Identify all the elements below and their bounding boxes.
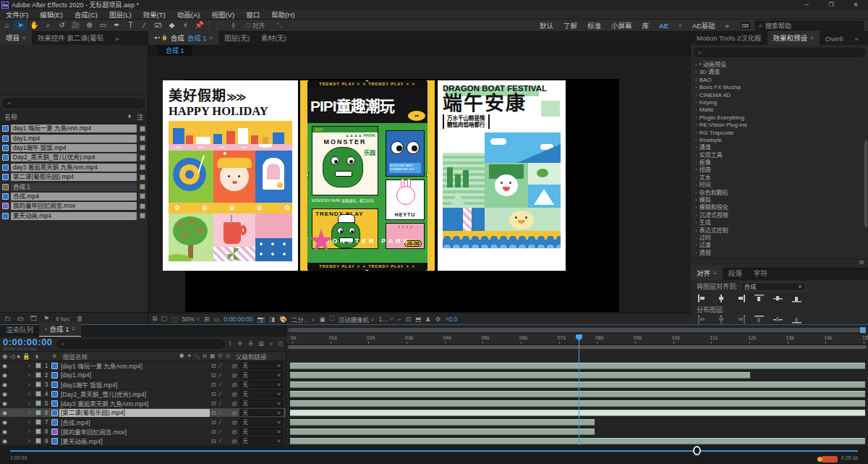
selection-handle[interactable]: [305, 269, 309, 271]
quality-icon[interactable]: ⊡: [211, 381, 216, 388]
layer-duration-bar[interactable]: [290, 391, 865, 397]
quality-slash-icon[interactable]: ∕: [220, 410, 221, 416]
menu-编辑(E)[interactable]: 编辑(E): [34, 9, 69, 20]
viewer-toolbar-item-4[interactable]: ⊞: [204, 316, 209, 323]
effect-category[interactable]: ›通道: [691, 144, 868, 151]
video-progress-bar[interactable]: [10, 450, 858, 452]
tool-icon-10[interactable]: ∕: [137, 20, 151, 31]
quality-slash-icon[interactable]: ∕: [220, 419, 221, 426]
workspace-ae-basic[interactable]: AE基础: [692, 20, 715, 30]
effect-category[interactable]: ›Matte: [691, 106, 868, 114]
timeline-zoom-nub[interactable]: [860, 327, 866, 333]
layer-switches[interactable]: ⊡∕: [211, 410, 230, 416]
viewer-toolbar-item-0[interactable]: ⧉: [153, 315, 157, 323]
align-button-0[interactable]: [698, 295, 707, 303]
align-to-dropdown[interactable]: 合成 ˅: [741, 282, 806, 291]
layer-duration-bar[interactable]: [290, 419, 595, 426]
effect-category[interactable]: ›沉浸式视频: [691, 212, 868, 219]
selection-handle[interactable]: [426, 269, 430, 271]
quality-icon[interactable]: ⊡: [211, 363, 216, 369]
quality-icon[interactable]: ⊡: [211, 438, 216, 444]
switch-column-icon-6[interactable]: ⊙: [226, 353, 230, 360]
layer-switches[interactable]: ⊡∕: [211, 372, 230, 379]
quality-icon[interactable]: ⊡: [211, 372, 216, 379]
menu-文件(F)[interactable]: 文件(F): [0, 9, 34, 20]
layer-switches[interactable]: ⊡∕: [211, 381, 230, 388]
pickwhip-icon[interactable]: @: [231, 381, 237, 388]
align-button-2[interactable]: [736, 295, 745, 303]
layer-color-chip[interactable]: [35, 410, 41, 416]
panel-menu-icon[interactable]: ≡: [210, 35, 213, 41]
layer-duration-bar[interactable]: [290, 438, 865, 444]
project-item[interactable]: 夏天动画.mp4: [0, 211, 148, 221]
align-button-1[interactable]: [717, 295, 726, 303]
tab-project[interactable]: 项目 ≡: [0, 30, 32, 45]
menu-图层(L)[interactable]: 图层(L): [103, 9, 137, 20]
viewer-toolbar-item-17[interactable]: ⬒: [415, 316, 421, 323]
timeline-search-input[interactable]: ⌕: [57, 339, 225, 348]
menu-视图(V)[interactable]: 视图(V): [205, 9, 240, 20]
layer-switches[interactable]: ⊡∕: [211, 391, 230, 397]
effect-category[interactable]: ›实用工具: [691, 152, 868, 159]
viewer-toolbar-item-14[interactable]: 1…: [378, 316, 393, 323]
effects-search-input[interactable]: ⌕: [694, 48, 865, 57]
workspace-小屏幕[interactable]: 小屏幕: [611, 20, 632, 30]
new-preset-icon[interactable]: ⧉: [859, 259, 864, 266]
label-color-box[interactable]: [140, 145, 145, 151]
quality-slash-icon[interactable]: ∕: [220, 381, 221, 388]
quality-slash-icon[interactable]: ∕: [220, 391, 221, 397]
project-item[interactable]: day1 嗨玩一夏 九鱼Ann.mp4: [0, 124, 148, 133]
chevron-right-icon[interactable]: ›: [28, 400, 34, 407]
tool-icon-14[interactable]: 📌: [192, 20, 206, 31]
effect-category[interactable]: ›时间: [691, 182, 868, 189]
effect-category[interactable]: ›* 动画预设: [691, 62, 868, 69]
viewer-toolbar-item-7[interactable]: 📷: [257, 316, 265, 323]
quality-icon[interactable]: ⊡: [211, 391, 216, 397]
tab-motion-tools[interactable]: Motion Tools 2汉化版: [691, 30, 767, 45]
pickwhip-icon[interactable]: @: [231, 419, 237, 426]
workspace-了解[interactable]: 了解: [563, 20, 577, 30]
workspace-默认[interactable]: 默认: [540, 20, 553, 30]
parent-dropdown[interactable]: 无˅: [239, 362, 284, 369]
project-item[interactable]: day3 邂逅黑天鹅 九鱼Ann.mp4: [0, 163, 148, 172]
layer-row[interactable]: ◉›3[day1端午 饭饭.mp4]⊡∕@无˅: [0, 380, 286, 389]
layer-color-chip[interactable]: [35, 381, 41, 387]
layer-duration-bar[interactable]: [290, 363, 865, 369]
tab-render-queue[interactable]: 渲染队列: [0, 322, 39, 337]
panel-menu-icon[interactable]: ≡: [22, 35, 26, 41]
current-time-display[interactable]: 0:00:00:00: [3, 337, 53, 347]
snap-checkbox-icon[interactable]: □: [246, 22, 250, 29]
viewer-toolbar-item-6[interactable]: 0:00:00:00: [224, 316, 252, 323]
tab-effects-presets[interactable]: 效果和预设 ≡: [767, 30, 820, 45]
project-item[interactable]: 合成 1: [0, 182, 148, 191]
eye-icon[interactable]: ◉: [2, 438, 9, 444]
selection-handle[interactable]: [365, 269, 369, 271]
comp-subtab[interactable]: 合成 1: [158, 45, 192, 56]
tool-icon-3[interactable]: ⌕: [41, 20, 55, 31]
snapping-toggle[interactable]: □ 对齐: [246, 21, 265, 30]
layer-name-column[interactable]: 图层名称: [63, 352, 178, 360]
tool-icon-11[interactable]: 🖃: [151, 20, 165, 31]
panel-menu-icon[interactable]: ≡: [72, 326, 75, 332]
menu-合成(C)[interactable]: 合成(C): [69, 9, 103, 20]
chevron-right-icon[interactable]: ›: [28, 371, 34, 379]
tool-icon-4[interactable]: ↺: [55, 20, 69, 31]
label-color-box[interactable]: [140, 164, 145, 170]
project-item[interactable]: 合成.mp4: [0, 192, 148, 201]
layer-color-chip[interactable]: [35, 429, 41, 434]
viewer-toolbar-item-16[interactable]: ⊡: [406, 316, 411, 323]
effect-category[interactable]: ›3D 通道: [691, 69, 868, 76]
pickwhip-icon[interactable]: @: [231, 429, 237, 435]
parent-dropdown[interactable]: 无˅: [239, 381, 284, 388]
effect-category[interactable]: ›CINEMA 4D: [691, 92, 868, 99]
playhead-line[interactable]: [579, 334, 579, 446]
panel-menu-icon[interactable]: ≡: [810, 35, 814, 41]
label-color-box[interactable]: [140, 126, 145, 132]
chevron-right-icon[interactable]: ›: [28, 418, 34, 426]
parent-dropdown[interactable]: 无˅: [239, 390, 284, 397]
switch-column-icon-3[interactable]: fx: [203, 353, 207, 360]
tool-icon-1[interactable]: ➤: [14, 20, 27, 31]
column-note[interactable]: 注: [137, 112, 143, 122]
project-search-input[interactable]: ⌕: [3, 98, 145, 108]
label-color-box[interactable]: [140, 213, 145, 219]
